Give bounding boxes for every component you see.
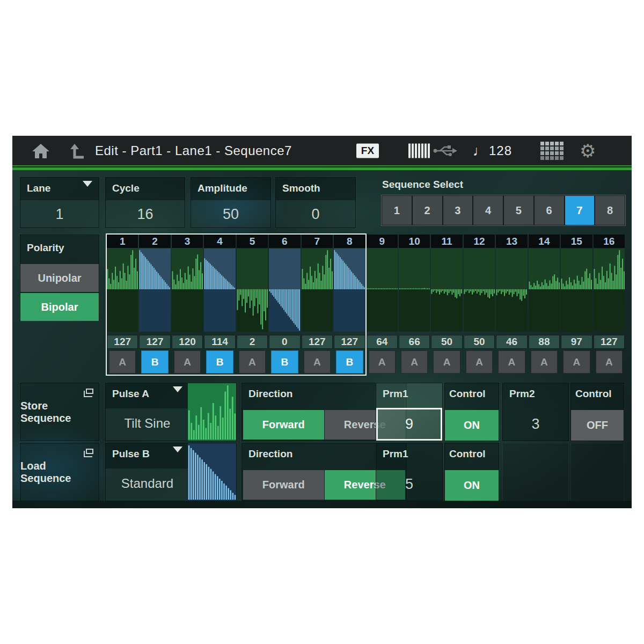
step-graph[interactable]	[237, 248, 268, 332]
step-graph[interactable]	[496, 248, 527, 332]
step-graph[interactable]	[399, 248, 430, 332]
smooth-label: Smooth	[276, 178, 355, 194]
step-ab-toggle[interactable]: B	[271, 350, 298, 374]
step-value[interactable]: 46	[496, 335, 527, 349]
step-value[interactable]: 97	[561, 335, 592, 349]
step-ab-toggle[interactable]: A	[369, 350, 396, 374]
direction-b-forward-button[interactable]: Forward	[243, 470, 324, 500]
step-value[interactable]: 120	[172, 335, 203, 349]
cycle-field[interactable]: Cycle 16	[105, 177, 185, 228]
pulse-a-selector[interactable]: Pulse A Tilt Sine	[105, 383, 237, 441]
control2-a-toggle[interactable]: OFF	[571, 410, 624, 441]
step-value[interactable]: 2	[237, 335, 268, 349]
step-value[interactable]: 0	[269, 335, 300, 349]
step-graph[interactable]	[204, 248, 235, 332]
sequence-select-button-3[interactable]: 3	[443, 196, 473, 225]
step-ab-toggle[interactable]: A	[239, 350, 266, 374]
quarter-note-icon[interactable]: ♩	[473, 142, 487, 159]
amplitude-field[interactable]: Amplitude 50	[191, 177, 271, 228]
prm1-a-value: 9	[376, 408, 442, 441]
grid-icon[interactable]	[540, 142, 564, 160]
step-value[interactable]: 127	[334, 335, 365, 349]
sequence-select-button-1[interactable]: 1	[382, 196, 412, 225]
control-b-label: Control	[445, 443, 499, 460]
direction-a-forward-button[interactable]: Forward	[243, 410, 324, 440]
step-ab-toggle[interactable]: A	[498, 350, 525, 374]
step-value[interactable]: 127	[302, 335, 333, 349]
step-number: 8	[334, 235, 365, 248]
window-icon	[86, 389, 93, 394]
step-graph[interactable]	[529, 248, 560, 332]
sequence-select-button-6[interactable]: 6	[535, 196, 564, 225]
polarity-unipolar-button[interactable]: Unipolar	[20, 264, 99, 292]
prm1-b-field[interactable]: Prm1 5	[376, 443, 443, 501]
step-ab-toggle[interactable]: A	[109, 350, 136, 374]
step-column-7: 7127A	[302, 235, 333, 376]
home-icon[interactable]	[32, 143, 50, 159]
step-graph[interactable]	[561, 248, 592, 332]
step-number: 11	[431, 235, 462, 248]
step-value[interactable]: 64	[367, 335, 398, 349]
step-graph[interactable]	[594, 248, 625, 332]
step-value[interactable]: 127	[107, 335, 138, 349]
step-number: 5	[237, 235, 268, 248]
fx-badge[interactable]: FX	[356, 143, 379, 158]
step-ab-toggle[interactable]: B	[206, 350, 233, 374]
pulse-b-value: Standard	[106, 470, 189, 497]
step-column-15: 1597A	[561, 235, 592, 376]
smooth-field[interactable]: Smooth 0	[275, 177, 356, 228]
control-b-toggle[interactable]: ON	[445, 470, 499, 501]
step-ab-toggle[interactable]: A	[596, 350, 623, 374]
polarity-bipolar-button[interactable]: Bipolar	[20, 292, 99, 321]
step-ab-toggle[interactable]: A	[433, 350, 460, 374]
step-number: 15	[561, 235, 592, 248]
pulse-b-selector[interactable]: Pulse B Standard	[105, 443, 237, 501]
step-graph[interactable]	[431, 248, 462, 332]
step-value[interactable]: 50	[431, 335, 462, 349]
load-sequence-button[interactable]: Load Sequence	[20, 443, 99, 501]
up-arrow-icon[interactable]	[69, 143, 85, 159]
sequence-select-button-4[interactable]: 4	[473, 196, 503, 225]
step-value[interactable]: 127	[139, 335, 170, 349]
step-column-16: 16127A	[594, 235, 625, 376]
step-ab-toggle[interactable]: A	[401, 350, 428, 374]
step-column-12: 1250A	[464, 235, 495, 376]
step-column-3: 3120A	[172, 235, 203, 376]
step-ab-toggle[interactable]: A	[563, 350, 590, 374]
lane-field[interactable]: Lane 1	[20, 177, 99, 228]
step-number: 13	[496, 235, 527, 248]
step-graph[interactable]	[172, 248, 203, 332]
step-ab-toggle[interactable]: B	[336, 350, 363, 374]
step-graph[interactable]	[107, 248, 138, 332]
store-sequence-button[interactable]: Store Sequence	[20, 383, 99, 441]
step-ab-toggle[interactable]: A	[466, 350, 493, 374]
step-number: 9	[367, 235, 398, 248]
sequence-select-button-5[interactable]: 5	[504, 196, 533, 225]
tempo-value[interactable]: 128	[489, 143, 512, 158]
step-ab-toggle[interactable]: A	[304, 350, 331, 374]
step-ab-toggle[interactable]: A	[174, 350, 201, 374]
step-value[interactable]: 66	[399, 335, 430, 349]
prm1-a-field[interactable]: Prm1 9	[376, 383, 443, 441]
step-value[interactable]: 114	[204, 335, 235, 349]
sequence-select-button-7[interactable]: 7	[565, 196, 595, 225]
step-graph[interactable]	[367, 248, 398, 332]
step-value[interactable]: 88	[529, 335, 560, 349]
step-value[interactable]: 127	[594, 335, 625, 349]
lane-value: 1	[20, 201, 99, 227]
step-graph[interactable]	[302, 248, 333, 332]
step-value[interactable]: 50	[464, 335, 495, 349]
step-graph[interactable]	[464, 248, 495, 332]
gear-icon[interactable]: ⚙	[580, 142, 596, 160]
prm2-a-label: Prm2	[503, 383, 568, 400]
step-ab-toggle[interactable]: B	[141, 350, 168, 374]
step-graph[interactable]	[334, 248, 365, 332]
step-graph[interactable]	[139, 248, 170, 332]
sequence-select-button-8[interactable]: 8	[595, 196, 625, 225]
prm2-a-field[interactable]: Prm2 3	[502, 383, 569, 441]
control-a-toggle[interactable]: ON	[445, 410, 499, 441]
step-ab-toggle[interactable]: A	[531, 350, 558, 374]
sequence-select-button-2[interactable]: 2	[413, 196, 442, 225]
bottom-shade	[12, 501, 632, 508]
step-graph[interactable]	[269, 248, 300, 332]
